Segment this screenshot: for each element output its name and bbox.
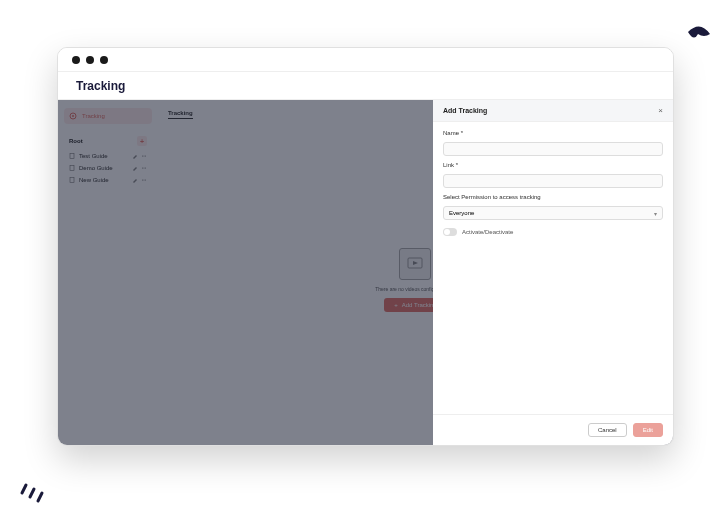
permission-select[interactable]: Everyone ▾ <box>443 206 663 220</box>
svg-line-1 <box>30 489 34 497</box>
submit-button[interactable]: Edit <box>633 423 663 437</box>
permission-selected-value: Everyone <box>449 210 474 216</box>
chevron-down-icon: ▾ <box>654 210 657 217</box>
page-title: Tracking <box>76 79 125 93</box>
cancel-button[interactable]: Cancel <box>588 423 627 437</box>
decoration-bottom-left <box>16 469 52 509</box>
activate-toggle[interactable] <box>443 228 457 236</box>
svg-line-0 <box>22 485 26 493</box>
window-dot <box>72 56 80 64</box>
name-input[interactable] <box>443 142 663 156</box>
app-header: Tracking <box>58 72 673 100</box>
link-field-label: Link * <box>443 162 663 168</box>
permission-field-label: Select Permission to access tracking <box>443 194 663 200</box>
browser-window: Tracking Tracking Root + <box>57 47 674 446</box>
drawer-header: Add Tracking × <box>433 100 673 122</box>
window-titlebar <box>58 48 673 72</box>
drawer-footer: Cancel Edit <box>433 414 673 445</box>
activate-toggle-label: Activate/Deactivate <box>462 229 513 235</box>
drawer-title: Add Tracking <box>443 107 487 114</box>
name-field-label: Name * <box>443 130 663 136</box>
link-input[interactable] <box>443 174 663 188</box>
add-tracking-drawer: Add Tracking × Name * Link * Select Perm… <box>433 100 673 445</box>
svg-line-2 <box>38 493 42 501</box>
close-icon[interactable]: × <box>658 106 663 115</box>
window-dot <box>100 56 108 64</box>
window-dot <box>86 56 94 64</box>
decoration-top-right <box>680 18 720 62</box>
drawer-body: Name * Link * Select Permission to acces… <box>433 122 673 414</box>
